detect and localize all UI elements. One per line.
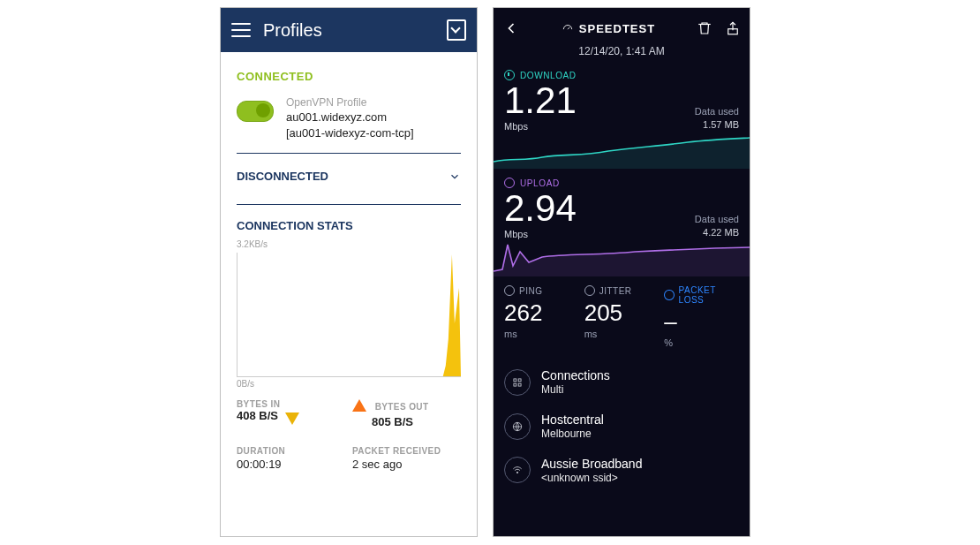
openvpn-header: Profiles bbox=[221, 8, 477, 52]
chevron-down-icon bbox=[449, 170, 461, 183]
graph-y-top: 3.2KB/s bbox=[237, 239, 461, 249]
back-icon[interactable] bbox=[502, 19, 520, 37]
upload-icon bbox=[504, 178, 515, 188]
graph-y-bottom: 0B/s bbox=[237, 379, 461, 389]
svg-rect-4 bbox=[514, 383, 516, 386]
ping-value: 262 bbox=[504, 299, 579, 327]
ping-unit: ms bbox=[504, 329, 579, 339]
trash-icon[interactable] bbox=[697, 20, 712, 36]
download-value: 1.21 bbox=[504, 82, 577, 119]
packet-caption: PACKET RECEIVED bbox=[352, 446, 461, 456]
packet-loss-caption: PACKET LOSS bbox=[679, 285, 739, 305]
upload-unit: Mbps bbox=[504, 229, 577, 239]
svg-rect-2 bbox=[514, 379, 516, 382]
jitter-unit: ms bbox=[584, 329, 660, 339]
openvpn-app: Profiles CONNECTED OpenVPN Profile au001… bbox=[220, 7, 478, 537]
connections-row[interactable]: Connections Multi bbox=[501, 360, 743, 405]
speedtest-app: SPEEDTEST 12/14/20, 1:41 AM DOWNLOAD 1.2… bbox=[493, 7, 750, 537]
packet-loss-unit: % bbox=[664, 337, 739, 348]
bytes-in-value: 408 B/S bbox=[237, 409, 278, 422]
svg-rect-3 bbox=[518, 379, 521, 382]
menu-icon[interactable] bbox=[231, 23, 251, 37]
test-datetime: 12/14/20, 1:41 AM bbox=[494, 45, 750, 57]
download-unit: Mbps bbox=[504, 121, 577, 132]
bytes-out-caption: BYTES OUT bbox=[375, 402, 429, 412]
jitter-value: 205 bbox=[584, 299, 660, 327]
download-data-used: 1.57 MB bbox=[695, 118, 739, 132]
connections-sub: Multi bbox=[541, 383, 610, 397]
arrow-up-icon bbox=[352, 399, 366, 412]
packet-cell: PACKET RECEIVED 2 sec ago bbox=[352, 446, 461, 471]
ping-icon bbox=[504, 285, 515, 296]
profile-row: OpenVPN Profile au001.widexyz.com [au001… bbox=[237, 95, 461, 140]
server-sub: Melbourne bbox=[541, 428, 604, 442]
ping-caption: PING bbox=[519, 286, 542, 296]
speedtest-header: SPEEDTEST bbox=[494, 8, 750, 49]
ping-metric: PING 262 ms bbox=[504, 285, 579, 348]
speedtest-title: SPEEDTEST bbox=[562, 22, 655, 35]
disconnected-label: DISCONNECTED bbox=[237, 170, 328, 183]
profile-type-label: OpenVPN Profile bbox=[286, 95, 414, 110]
bytes-in-cell: BYTES IN 408 B/S bbox=[237, 399, 345, 428]
duration-cell: DURATION 00:00:19 bbox=[237, 446, 345, 471]
upload-caption: UPLOAD bbox=[520, 178, 560, 188]
download-data-used-label: Data used bbox=[695, 105, 739, 118]
throughput-graph bbox=[237, 253, 461, 377]
import-profile-icon[interactable] bbox=[447, 19, 466, 41]
download-icon bbox=[504, 70, 515, 80]
svg-line-0 bbox=[568, 27, 569, 29]
packet-loss-value: – bbox=[664, 308, 739, 336]
upload-data-used: 4.22 MB bbox=[695, 226, 739, 239]
wifi-icon bbox=[504, 457, 531, 483]
packet-loss-metric: PACKET LOSS – % bbox=[664, 285, 739, 348]
network-row[interactable]: Aussie Broadband <unknown ssid> bbox=[501, 449, 743, 493]
connections-title: Connections bbox=[541, 367, 610, 383]
packet-value: 2 sec ago bbox=[352, 458, 461, 471]
jitter-icon bbox=[584, 285, 595, 296]
connection-toggle[interactable] bbox=[237, 101, 274, 122]
jitter-caption: JITTER bbox=[599, 286, 632, 296]
upload-wave bbox=[494, 239, 750, 276]
share-icon[interactable] bbox=[725, 20, 741, 36]
bytes-out-value: 805 B/S bbox=[372, 415, 461, 428]
connections-icon bbox=[504, 369, 531, 396]
network-sub: <unknown ssid> bbox=[541, 472, 642, 486]
arrow-down-icon bbox=[285, 413, 299, 425]
gauge-icon bbox=[562, 22, 574, 34]
jitter-metric: JITTER 205 ms bbox=[584, 285, 660, 348]
upload-value: 2.94 bbox=[504, 190, 577, 227]
bytes-out-cell: BYTES OUT 805 B/S bbox=[352, 399, 461, 428]
bytes-in-caption: BYTES IN bbox=[237, 399, 345, 409]
server-row[interactable]: Hostcentral Melbourne bbox=[501, 405, 743, 449]
download-caption: DOWNLOAD bbox=[520, 71, 577, 80]
duration-caption: DURATION bbox=[237, 446, 345, 456]
connected-heading: CONNECTED bbox=[237, 70, 461, 83]
page-title: Profiles bbox=[263, 20, 322, 41]
speedtest-title-text: SPEEDTEST bbox=[579, 22, 655, 35]
disconnected-section-toggle[interactable]: DISCONNECTED bbox=[237, 154, 461, 195]
download-wave bbox=[494, 132, 750, 169]
metrics-row: PING 262 ms JITTER 205 ms PACKET LOSS – … bbox=[494, 282, 750, 357]
download-section: DOWNLOAD 1.21 Mbps Data used 1.57 MB bbox=[494, 66, 750, 132]
server-title: Hostcentral bbox=[541, 412, 604, 428]
upload-section: UPLOAD 2.94 Mbps Data used 4.22 MB bbox=[494, 174, 750, 239]
duration-value: 00:00:19 bbox=[237, 458, 345, 471]
network-title: Aussie Broadband bbox=[541, 456, 642, 472]
globe-icon bbox=[504, 413, 531, 440]
svg-rect-5 bbox=[518, 383, 521, 386]
connection-stats-heading: CONNECTION STATS bbox=[237, 205, 461, 239]
svg-point-7 bbox=[516, 473, 517, 473]
profile-alias: [au001-widexyz-com-tcp] bbox=[286, 125, 414, 141]
info-list: Connections Multi Hostcentral Melbourne bbox=[494, 357, 750, 492]
upload-data-used-label: Data used bbox=[695, 213, 739, 226]
profile-host: au001.widexyz.com bbox=[286, 110, 414, 125]
packet-loss-icon bbox=[664, 290, 674, 300]
